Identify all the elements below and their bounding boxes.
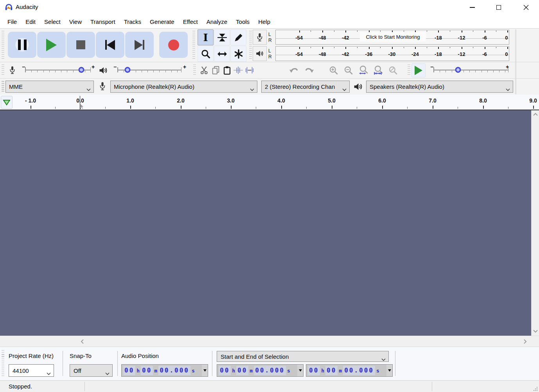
skip-to-start-button[interactable] — [96, 32, 124, 58]
silence-audio-button[interactable] — [244, 63, 255, 77]
track-panel[interactable] — [0, 110, 531, 336]
menu-help[interactable]: Help — [254, 17, 275, 27]
menu-effect[interactable]: Effect — [179, 17, 202, 27]
menu-select[interactable]: Select — [40, 17, 65, 27]
zoom-toggle-button[interactable] — [387, 63, 399, 77]
recording-meter-button[interactable] — [253, 30, 267, 45]
multi-tool-button[interactable] — [230, 46, 246, 62]
copy-button[interactable] — [210, 63, 221, 77]
audio-position-hours[interactable]: 00 — [123, 366, 135, 375]
recording-volume-slider[interactable] — [25, 66, 91, 74]
vertical-scrollbar[interactable] — [531, 110, 539, 336]
draw-tool-icon — [234, 33, 243, 42]
cut-button[interactable] — [198, 63, 210, 77]
scroll-up-icon[interactable] — [533, 113, 538, 116]
close-button[interactable] — [517, 0, 535, 15]
selection-mode-dropdown[interactable]: Start and End of Selection — [217, 351, 389, 362]
zoom-tool-button[interactable] — [198, 46, 214, 62]
playback-volume-slider[interactable] — [117, 66, 181, 74]
skip-to-end-button[interactable] — [125, 32, 154, 58]
audio-host-dropdown[interactable]: MME — [5, 81, 94, 93]
playback-meter-scale[interactable]: -54 -48 -42 -36 -30 -24 -18 -12 -6 0 — [275, 46, 509, 61]
menu-tracks[interactable]: Tracks — [120, 17, 146, 27]
zoom-in-button[interactable] — [328, 63, 340, 77]
transport-toolbar-grip[interactable] — [2, 31, 4, 59]
audio-position-field[interactable]: 00 h 00 m 00.000 s — [121, 364, 208, 377]
status-divider — [432, 382, 432, 391]
trim-audio-button[interactable] — [232, 63, 244, 77]
selection-start-minutes[interactable]: 00 — [236, 366, 248, 375]
play-button[interactable] — [37, 32, 66, 58]
maximize-button[interactable] — [490, 0, 508, 15]
draw-tool-button[interactable] — [230, 29, 246, 45]
play-at-speed-button[interactable] — [411, 63, 426, 77]
minimize-button[interactable] — [463, 0, 481, 15]
recording-channels-dropdown[interactable]: 2 (Stereo) Recording Chan — [261, 81, 350, 93]
edit-toolbar-grip[interactable] — [193, 65, 196, 76]
device-toolbar-grip[interactable] — [2, 81, 4, 93]
selection-end-seconds[interactable]: 00.000 — [343, 366, 375, 375]
selection-toolbar-grip[interactable] — [2, 350, 4, 377]
recording-volume-slider-thumb[interactable] — [79, 67, 84, 73]
fit-selection-button[interactable] — [358, 63, 369, 77]
selection-end-hours[interactable]: 00 — [308, 366, 320, 375]
horizontal-scrollbar[interactable] — [0, 336, 539, 347]
monitor-text[interactable]: Click to Start Monitoring — [360, 32, 426, 41]
mixer-toolbar-grip[interactable] — [2, 65, 4, 76]
play-at-speed-toolbar-grip[interactable] — [408, 65, 410, 76]
audio-position-seconds[interactable]: 00.000 — [158, 366, 190, 375]
menu-file[interactable]: File — [3, 17, 21, 27]
menu-edit[interactable]: Edit — [21, 17, 40, 27]
time-format-dropdown[interactable] — [297, 365, 303, 376]
meter-toolbar-grip[interactable] — [249, 31, 252, 59]
scroll-down-icon[interactable] — [533, 329, 538, 333]
menu-transport[interactable]: Transport — [86, 17, 120, 27]
menu-tools[interactable]: Tools — [232, 17, 254, 27]
stop-button[interactable] — [66, 32, 95, 58]
dropdown-triangle-icon — [203, 369, 207, 372]
scroll-right-icon[interactable] — [523, 339, 527, 344]
playback-volume-slider-thumb[interactable] — [125, 67, 131, 73]
recording-device-dropdown[interactable]: Microphone (Realtek(R) Audio) — [110, 81, 257, 93]
selection-tool-button[interactable]: I — [198, 29, 214, 45]
redo-icon — [304, 67, 314, 74]
redo-button[interactable] — [303, 63, 315, 77]
seconds-unit-label: s — [286, 368, 291, 374]
project-rate-dropdown[interactable]: 44100 — [9, 364, 54, 377]
record-button[interactable] — [159, 32, 188, 58]
selection-end-minutes[interactable]: 00 — [325, 366, 338, 375]
time-format-dropdown[interactable] — [386, 365, 392, 376]
play-speed-slider-thumb[interactable] — [455, 67, 461, 73]
zoom-out-button[interactable] — [343, 63, 354, 77]
menu-generate[interactable]: Generate — [146, 17, 179, 27]
pause-icon — [18, 40, 27, 50]
playback-device-dropdown[interactable]: Speakers (Realtek(R) Audio) — [366, 81, 513, 93]
timeline-ruler[interactable]: - 1.0 0.0 1.0 2.0 3.0 4.0 5.0 6.0 7.0 8.… — [0, 95, 539, 110]
undo-button[interactable] — [288, 63, 300, 77]
menu-view[interactable]: View — [65, 17, 86, 27]
snap-to-dropdown[interactable]: Off — [70, 364, 113, 377]
audio-position-minutes[interactable]: 00 — [141, 366, 153, 375]
recording-meter-scale[interactable]: -54 -48 -42 Click to Start Monitoring -1… — [275, 30, 509, 45]
menu-analyze[interactable]: Analyze — [202, 17, 232, 27]
selection-start-hours[interactable]: 00 — [219, 366, 231, 375]
selection-start-field[interactable]: 00 h 00 m 00.000 s — [217, 364, 304, 377]
scroll-left-icon[interactable] — [81, 339, 84, 344]
timeline-options-button[interactable] — [1, 96, 13, 109]
selection-start-seconds[interactable]: 00.000 — [254, 366, 286, 375]
time-format-dropdown[interactable] — [202, 365, 208, 376]
selection-end-field[interactable]: 00 h 00 m 00.000 s — [306, 364, 393, 377]
resize-grip-icon[interactable] — [533, 386, 538, 391]
pause-button[interactable] — [8, 32, 36, 58]
fit-project-button[interactable] — [372, 63, 384, 77]
paste-button[interactable] — [221, 63, 233, 77]
ruler-label: 5.0 — [328, 97, 335, 104]
playback-meter-button[interactable] — [253, 46, 267, 61]
meter-tick-label: -30 — [388, 51, 395, 57]
envelope-tool-button[interactable] — [214, 29, 230, 45]
play-speed-slider[interactable] — [433, 66, 508, 74]
time-shift-tool-button[interactable] — [214, 46, 230, 62]
recording-volume-mic-icon — [9, 65, 16, 76]
tools-toolbar-grip[interactable] — [192, 31, 195, 59]
chevron-down-icon — [506, 86, 510, 92]
